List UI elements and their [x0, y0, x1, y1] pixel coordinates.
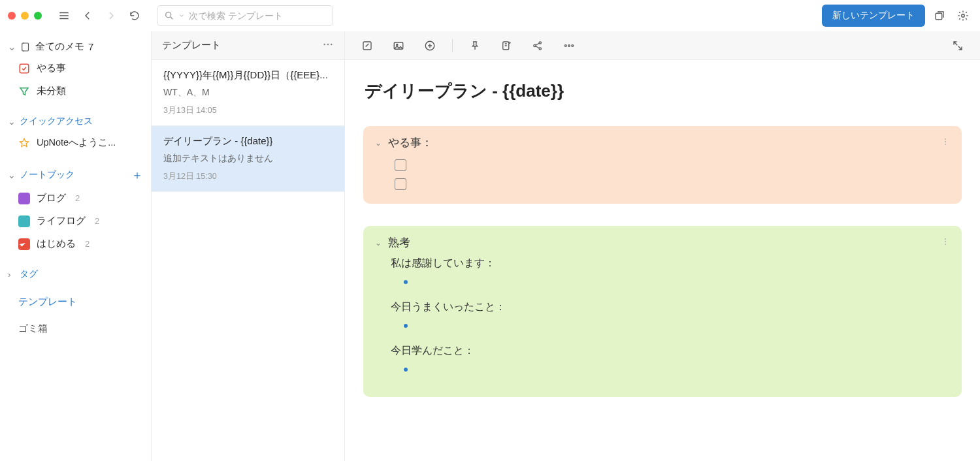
bullet-item[interactable]	[391, 276, 950, 286]
topbar: 新しいテンプレート	[0, 0, 980, 31]
windows-button[interactable]	[930, 7, 949, 25]
editor-title[interactable]: デイリープラン - {{date}}	[363, 80, 962, 103]
star-icon	[18, 137, 30, 149]
trash-link[interactable]: ゴミ箱	[0, 317, 151, 340]
svg-rect-3	[22, 43, 29, 51]
svg-point-2	[962, 14, 965, 17]
all-notes-header[interactable]: ⌄ 全てのメモ 7	[0, 37, 151, 57]
chevron-down-icon: ⌄	[8, 41, 16, 53]
bullet-icon	[404, 324, 408, 328]
bullet-icon	[404, 280, 408, 284]
edit-template-button[interactable]	[358, 37, 376, 55]
template-card[interactable]: デイリープラン - {{date}} 追加テキストはありません 3月12日 15…	[152, 126, 344, 192]
svg-point-15	[539, 47, 541, 49]
checkbox-icon[interactable]	[395, 178, 406, 190]
sidebar-toggle-button[interactable]	[55, 7, 73, 25]
add-notebook-button[interactable]: ＋	[131, 167, 143, 183]
editor-content[interactable]: デイリープラン - {{date}} ⌄ やる事： ⌄ 熟考	[345, 60, 980, 461]
bullet-item[interactable]	[391, 319, 950, 330]
refresh-button[interactable]	[125, 7, 144, 25]
template-list: テンプレート {{YYYY}}年{{M}}月{{DD}}日（{{EEE}... …	[152, 31, 345, 461]
toolbar-divider	[452, 39, 453, 52]
template-card-date: 3月12日 15:30	[163, 171, 333, 182]
notebooks-label: ノートブック	[20, 169, 74, 181]
notebook-count: 2	[85, 239, 90, 249]
template-icon	[500, 40, 512, 52]
chevron-down-icon: ⌄	[8, 170, 16, 180]
editor-more-button[interactable]	[560, 37, 578, 55]
template-card-date: 3月13日 14:05	[163, 105, 333, 116]
block-heading: 熟考	[388, 235, 410, 250]
add-button[interactable]	[421, 37, 439, 55]
checkbox-item[interactable]	[375, 157, 950, 176]
sidebar-item-notebook-start[interactable]: はじめる 2	[0, 232, 151, 255]
more-horizontal-icon	[322, 39, 334, 50]
window-zoom-icon[interactable]	[34, 12, 42, 20]
template-card-title: {{YYYY}}年{{M}}月{{DD}}日（{{EEE}...	[163, 69, 333, 82]
nav-back-button[interactable]	[78, 7, 97, 25]
svg-rect-1	[936, 13, 942, 20]
gear-icon	[957, 10, 969, 22]
sidebar-item-notebook-blog[interactable]: ブログ 2	[0, 187, 151, 210]
block-header[interactable]: ⌄ やる事：	[375, 135, 950, 150]
notebooks-header[interactable]: ⌄ ノートブック ＋	[0, 163, 151, 187]
tags-label: タグ	[20, 268, 38, 280]
window-minimize-icon[interactable]	[21, 12, 29, 20]
reflect-prompt[interactable]: 私は感謝しています：	[391, 257, 950, 270]
sidebar-item-notebook-lifelog[interactable]: ライフログ 2	[0, 210, 151, 232]
template-info-button[interactable]	[497, 37, 515, 55]
search-input[interactable]	[189, 10, 326, 21]
insert-image-button[interactable]	[389, 37, 408, 55]
editor: デイリープラン - {{date}} ⌄ やる事： ⌄ 熟考	[345, 31, 980, 461]
checkbox-icon	[18, 63, 30, 74]
nav-forward-button[interactable]	[102, 7, 120, 25]
reflect-prompt[interactable]: 今日うまくいったこと：	[391, 300, 950, 314]
quick-access-header[interactable]: ⌄ クイックアクセス	[0, 112, 151, 131]
window-stack-icon	[934, 10, 945, 22]
sidebar-item-uncategorized[interactable]: 未分類	[0, 80, 151, 103]
tags-header[interactable]: › タグ	[0, 264, 151, 284]
reflect-prompt[interactable]: 今日学んだこと：	[391, 344, 950, 358]
window-close-icon[interactable]	[8, 12, 16, 20]
expand-button[interactable]	[949, 37, 967, 55]
share-button[interactable]	[529, 37, 547, 55]
sidebar-item-label: ブログ	[37, 192, 66, 204]
search-icon	[164, 10, 174, 21]
sidebar-item-welcome[interactable]: UpNoteへようこ...	[0, 131, 151, 154]
svg-point-21	[945, 144, 946, 145]
reflect-block: ⌄ 熟考 私は感謝しています： 今日うまくいったこと： 今日学んだこと：	[363, 226, 962, 397]
list-header: テンプレート	[152, 31, 344, 60]
templates-link[interactable]: テンプレート	[0, 291, 151, 313]
more-vertical-icon	[941, 137, 950, 146]
block-more-button[interactable]	[941, 136, 950, 150]
svg-point-17	[568, 44, 570, 46]
svg-point-20	[945, 141, 946, 142]
svg-point-23	[945, 241, 946, 242]
checkbox-icon[interactable]	[395, 159, 406, 171]
bullet-item[interactable]	[391, 363, 950, 374]
filter-icon	[18, 86, 30, 97]
edit-note-icon	[361, 40, 373, 52]
svg-point-16	[564, 44, 566, 46]
svg-point-19	[945, 138, 946, 139]
quick-access-label: クイックアクセス	[20, 116, 93, 127]
notebook-count: 2	[75, 193, 80, 203]
chevron-right-icon: ›	[8, 270, 16, 279]
checkbox-item[interactable]	[375, 176, 950, 195]
chevron-down-icon: ⌄	[375, 138, 382, 148]
template-card[interactable]: {{YYYY}}年{{M}}月{{DD}}日（{{EEE}... WT、A、M …	[152, 60, 344, 126]
block-more-button[interactable]	[941, 236, 950, 249]
pin-button[interactable]	[466, 37, 484, 55]
sidebar-item-label: やる事	[37, 62, 66, 74]
new-template-button[interactable]: 新しいテンプレート	[822, 5, 925, 27]
notebook-color-icon	[18, 193, 30, 204]
sidebar-item-todo[interactable]: やる事	[0, 57, 151, 80]
settings-button[interactable]	[954, 7, 972, 25]
notebook-color-icon	[18, 238, 30, 250]
svg-point-0	[166, 12, 171, 17]
svg-point-22	[945, 238, 946, 239]
list-more-button[interactable]	[322, 39, 334, 52]
menu-icon	[58, 10, 70, 22]
block-header[interactable]: ⌄ 熟考	[375, 235, 950, 250]
search-box[interactable]	[157, 5, 333, 26]
